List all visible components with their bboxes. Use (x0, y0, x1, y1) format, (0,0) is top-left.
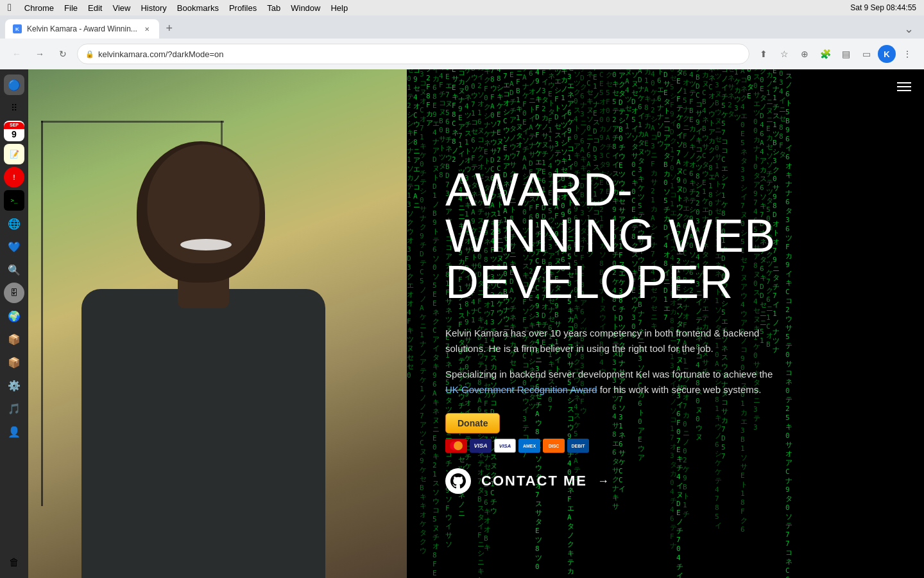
dock-finder[interactable]: 🔵 (4, 74, 24, 95)
url-text: kelvinkamara.com/?darkMode=on (98, 49, 741, 59)
nav-bar: ← → ↻ 🔒 kelvinkamara.com/?darkMode=on ⬆ … (0, 39, 924, 69)
menubar:  Chrome File Edit View History Bookmark… (0, 0, 924, 15)
nav-right-icons: ⬆ ☆ ⊕ 🧩 ▤ ▭ K ⋮ (755, 45, 916, 63)
new-tab-button[interactable]: + (160, 19, 178, 37)
right-panel: ツ エ シ A ツ ウ 0 テ テ キ ク A テ ト ト ノ ス テ テ タ … (407, 69, 924, 578)
tab-favicon: K (13, 24, 22, 33)
menubar-profiles[interactable]: Profiles (229, 3, 257, 13)
profile-button[interactable]: K (878, 45, 896, 63)
payment-icons: VISA VISA AMEX DISC (445, 439, 886, 453)
dock-launchpad[interactable]: ⠿ (4, 98, 24, 118)
dock-music[interactable]: 🎵 (4, 398, 24, 419)
forward-button[interactable]: → (31, 45, 49, 63)
tab-list-button[interactable]: ⌄ (899, 22, 919, 36)
dock-terminal[interactable]: >_ (4, 190, 24, 211)
visa-icon: VISA (470, 439, 492, 453)
mac-dock: 🔵 ⠿ SEP 9 📝 ! >_ 🌐 💙 🔍 🗄 🌍 📦 📦 ⚙️ � (0, 69, 28, 578)
dock-notes[interactable]: 📝 (4, 144, 24, 164)
contact-section[interactable]: CONTACT ME → (445, 468, 886, 494)
debit-icon: DEBIT (567, 439, 589, 453)
puzzle-button[interactable]: 🧩 (816, 45, 834, 63)
menubar-tab[interactable]: Tab (267, 3, 280, 13)
apple-menu[interactable]:  (8, 2, 12, 13)
dock-vscode[interactable]: 💙 (4, 236, 24, 257)
dock-trash[interactable]: 🗑 (4, 552, 24, 573)
hero-line1: AWARD- (445, 164, 633, 215)
photo-panel: KELVIN KAMARA (28, 69, 407, 578)
hero-content: AWARD- WINNING WEB DEVELOPER Kelvin Kama… (445, 166, 886, 494)
tab-bar: K Kelvin Kamara - Award Winnin... ✕ + ⌄ (0, 15, 924, 39)
award-link[interactable]: UK Government Recognition Award (445, 384, 597, 395)
dock-virtualbox[interactable]: 📦 (4, 329, 24, 349)
hero-title: AWARD- WINNING WEB DEVELOPER (445, 166, 886, 305)
menubar-history[interactable]: History (141, 3, 166, 13)
desc2-suffix: for his work with secure web systems. (597, 384, 762, 395)
menu-button[interactable]: ⋮ (898, 45, 916, 63)
discover-icon: DISC (543, 439, 565, 453)
website-content: KELVIN KAMARA (28, 69, 924, 578)
menubar-view[interactable]: View (112, 3, 130, 13)
donate-button[interactable]: Donate (445, 413, 500, 434)
tab-title: Kelvin Kamara - Award Winnin... (27, 24, 137, 33)
dock-notification[interactable]: ! (4, 167, 24, 188)
menubar-right: Sat 9 Sep 08:44:55 (850, 3, 916, 12)
dock-photos[interactable]: 👤 (4, 421, 24, 442)
donate-label: Donate (458, 418, 488, 428)
hero-desc1: Kelvin Kamara has over 10 years competen… (445, 326, 779, 356)
sidebar-button[interactable]: ▤ (837, 45, 855, 63)
menubar-time: Sat 9 Sep 08:44:55 (850, 3, 916, 12)
dock-calendar[interactable]: SEP 9 (4, 121, 24, 141)
address-bar[interactable]: 🔒 kelvinkamara.com/?darkMode=on (77, 44, 749, 64)
tab-close-button[interactable]: ✕ (142, 24, 151, 33)
contact-text[interactable]: CONTACT ME (481, 473, 587, 489)
mastercard-icon (445, 439, 467, 453)
menubar-file[interactable]: File (64, 3, 78, 13)
back-button[interactable]: ← (8, 45, 26, 63)
menubar-bookmarks[interactable]: Bookmarks (177, 3, 219, 13)
menubar-edit[interactable]: Edit (88, 3, 102, 13)
chrome-window: K Kelvin Kamara - Award Winnin... ✕ + ⌄ … (0, 15, 924, 578)
donate-section: Donate VISA VISA (445, 413, 886, 453)
active-tab[interactable]: K Kelvin Kamara - Award Winnin... ✕ (5, 19, 159, 39)
hero-line2: WINNING WEB (445, 210, 776, 261)
extension-button[interactable]: ⊕ (796, 45, 814, 63)
contact-arrow: → (597, 475, 609, 488)
bookmark-button[interactable]: ☆ (775, 45, 793, 63)
dock-system[interactable]: ⚙️ (4, 375, 24, 396)
menubar-help[interactable]: Help (330, 3, 348, 13)
github-icon[interactable] (445, 468, 471, 494)
cast-button[interactable]: ▭ (857, 45, 875, 63)
dock-box2[interactable]: 📦 (4, 352, 24, 372)
dock-globe[interactable]: 🌍 (4, 306, 24, 326)
amex-icon: AMEX (518, 439, 540, 453)
content-area: 🔵 ⠿ SEP 9 📝 ! >_ 🌐 💙 🔍 🗄 🌍 📦 📦 ⚙️ � (0, 69, 924, 578)
hamburger-menu[interactable] (897, 82, 911, 91)
dock-database[interactable]: 🗄 (4, 283, 24, 303)
dock-search[interactable]: 🔍 (4, 259, 24, 280)
lock-icon: 🔒 (85, 50, 94, 58)
refresh-button[interactable]: ↻ (54, 45, 72, 63)
visa-debit-icon: VISA (494, 439, 516, 453)
hero-line3: DEVELOPER (445, 256, 733, 308)
menubar-chrome[interactable]: Chrome (24, 3, 54, 13)
menubar-window[interactable]: Window (291, 3, 320, 13)
hero-desc2: Specializing in backend server developme… (445, 367, 779, 398)
dock-chrome[interactable]: 🌐 (4, 213, 24, 234)
desc2-prefix: Specializing in backend server developme… (445, 369, 773, 380)
share-button[interactable]: ⬆ (755, 45, 773, 63)
